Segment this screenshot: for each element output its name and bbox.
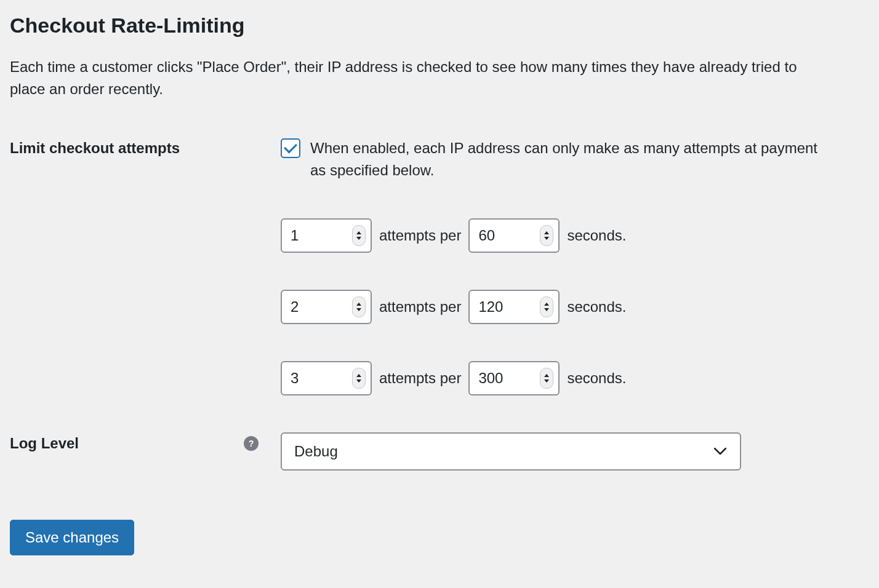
section-description: Each time a customer clicks "Place Order… xyxy=(10,56,804,100)
save-changes-button[interactable]: Save changes xyxy=(10,520,134,555)
seconds-suffix-text: seconds. xyxy=(567,224,626,247)
settings-form-table: Limit checkout attempts When enabled, ea… xyxy=(10,137,869,507)
seconds-suffix-text: seconds. xyxy=(567,367,626,389)
stepper-icon[interactable] xyxy=(352,225,366,246)
attempts-input-wrap[interactable] xyxy=(281,290,372,324)
log-level-label: Log Level xyxy=(10,432,79,455)
chevron-down-icon xyxy=(714,448,726,455)
help-icon[interactable]: ? xyxy=(244,436,259,451)
limit-checkout-description: When enabled, each IP address can only m… xyxy=(310,137,833,181)
attempts-input-wrap[interactable] xyxy=(281,218,372,253)
rate-limit-row: attempts per seconds. xyxy=(281,218,869,253)
stepper-icon[interactable] xyxy=(540,296,553,317)
stepper-icon[interactable] xyxy=(352,296,366,317)
seconds-input-wrap[interactable] xyxy=(468,290,560,324)
stepper-icon[interactable] xyxy=(540,225,553,246)
limit-checkout-checkbox[interactable] xyxy=(281,138,300,158)
log-level-selected-value: Debug xyxy=(294,440,338,463)
seconds-input-wrap[interactable] xyxy=(468,361,560,395)
section-title: Checkout Rate-Limiting xyxy=(10,10,869,41)
seconds-suffix-text: seconds. xyxy=(567,296,626,318)
seconds-input-wrap[interactable] xyxy=(468,218,560,253)
attempts-per-text: attempts per xyxy=(379,224,461,247)
stepper-icon[interactable] xyxy=(352,368,366,389)
attempts-per-text: attempts per xyxy=(379,367,461,389)
attempts-per-text: attempts per xyxy=(379,296,461,318)
rate-limit-row: attempts per seconds. xyxy=(281,290,869,324)
limit-checkout-label: Limit checkout attempts xyxy=(10,137,281,218)
rate-limit-row: attempts per seconds. xyxy=(281,361,869,395)
log-level-select[interactable]: Debug xyxy=(281,432,741,471)
attempts-input-wrap[interactable] xyxy=(281,361,372,395)
stepper-icon[interactable] xyxy=(540,368,553,389)
